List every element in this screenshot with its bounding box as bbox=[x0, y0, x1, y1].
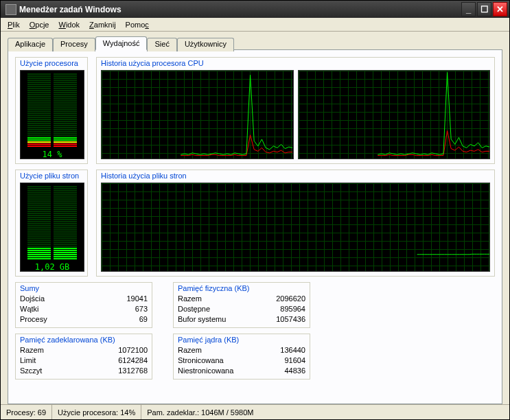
commit-title: Pamięć zadeklarowana (KB) bbox=[16, 334, 152, 345]
tab-users[interactable]: Użytkownicy bbox=[177, 38, 234, 51]
commit-group: Pamięć zadeklarowana (KB) Razem1072100Li… bbox=[15, 334, 152, 380]
cpu-history-group: Historia użycia procesora CPU bbox=[96, 57, 495, 164]
menubar: Plik Opcje Widok Zamknij Pomoc bbox=[1, 18, 509, 32]
cpu-usage-title: Użycie procesora bbox=[16, 58, 87, 70]
cpu-history-graph-0 bbox=[101, 70, 294, 159]
tab-performance[interactable]: Wydajność bbox=[95, 36, 148, 50]
tab-applications[interactable]: Aplikacje bbox=[8, 38, 53, 51]
stat-line: Dojścia19041 bbox=[20, 294, 148, 304]
pf-history-graph bbox=[101, 183, 490, 272]
kernel-title: Pamięć jądra (KB) bbox=[174, 334, 310, 345]
tab-networking[interactable]: Sieć bbox=[147, 38, 176, 51]
pf-gauge: 1,02 GB bbox=[20, 183, 84, 272]
kernel-group: Pamięć jądra (KB) Razem136440Stronicowan… bbox=[173, 334, 310, 380]
totals-title: Sumy bbox=[16, 283, 152, 294]
status-cpu: Użycie procesora: 14% bbox=[52, 405, 141, 419]
minimize-button[interactable]: _ bbox=[461, 2, 476, 16]
stat-line: Razem136440 bbox=[178, 345, 305, 355]
stat-line: Stronicowana91604 bbox=[178, 355, 305, 366]
physmem-group: Pamięć fizyczna (KB) Razem2096620Dostępn… bbox=[173, 282, 310, 328]
stats-lower: Pamięć zadeklarowana (KB) Razem1072100Li… bbox=[15, 334, 495, 380]
cpu-history-title: Historia użycia procesora CPU bbox=[97, 58, 494, 70]
physmem-title: Pamięć fizyczna (KB) bbox=[174, 283, 310, 294]
app-icon bbox=[5, 4, 16, 15]
cpu-row: Użycie procesora 14 % Historia użycia pr… bbox=[15, 57, 495, 164]
stats-upper: Sumy Dojścia19041Wątki673Procesy69 Pamię… bbox=[15, 282, 495, 328]
cpu-usage-group: Użycie procesora 14 % bbox=[15, 57, 88, 164]
cpu-gauge-value: 14 % bbox=[21, 150, 84, 161]
stat-line: Bufor systemu1057436 bbox=[178, 314, 305, 325]
stat-line: Razem1072100 bbox=[20, 345, 148, 355]
stat-line: Razem2096620 bbox=[178, 294, 305, 304]
stat-line: Szczyt1312768 bbox=[20, 366, 148, 376]
totals-group: Sumy Dojścia19041Wątki673Procesy69 bbox=[15, 282, 152, 328]
menu-help[interactable]: Pomoc bbox=[121, 19, 153, 30]
stat-line: Dostępne895964 bbox=[178, 304, 305, 314]
pf-history-title: Historia użycia pliku stron bbox=[97, 170, 494, 183]
cpu-gauge: 14 % bbox=[20, 70, 84, 159]
task-manager-window: Menedżer zadań Windows _ ☐ ✕ Plik Opcje … bbox=[0, 0, 510, 420]
cpu-history-graph-1 bbox=[298, 70, 491, 159]
menu-shutdown[interactable]: Zamknij bbox=[85, 19, 120, 30]
tab-strip: Aplikacje Procesy Wydajność Sieć Użytkow… bbox=[8, 36, 502, 50]
performance-panel: Użycie procesora 14 % Historia użycia pr… bbox=[8, 49, 502, 404]
pf-history-group: Historia użycia pliku stron bbox=[96, 170, 495, 277]
menu-view[interactable]: Widok bbox=[54, 19, 84, 30]
pf-row: Użycie pliku stron 1,02 GB Historia użyc… bbox=[15, 170, 495, 277]
status-processes: Procesy: 69 bbox=[1, 405, 52, 419]
window-title: Menedżer zadań Windows bbox=[19, 5, 461, 14]
stat-line: Procesy69 bbox=[20, 314, 148, 325]
window-controls: _ ☐ ✕ bbox=[461, 2, 507, 16]
statusbar: Procesy: 69 Użycie procesora: 14% Pam. z… bbox=[1, 404, 509, 419]
tab-processes[interactable]: Procesy bbox=[53, 38, 95, 51]
content-area: Aplikacje Procesy Wydajność Sieć Użytkow… bbox=[1, 32, 509, 404]
pf-gauge-value: 1,02 GB bbox=[21, 262, 84, 274]
close-button[interactable]: ✕ bbox=[493, 2, 507, 16]
titlebar[interactable]: Menedżer zadań Windows _ ☐ ✕ bbox=[1, 1, 509, 18]
stat-line: Niestronicowana44836 bbox=[178, 366, 305, 376]
pf-usage-title: Użycie pliku stron bbox=[16, 170, 87, 183]
pf-usage-group: Użycie pliku stron 1,02 GB bbox=[15, 170, 88, 277]
menu-options[interactable]: Opcje bbox=[25, 19, 54, 30]
stat-line: Wątki673 bbox=[20, 304, 148, 314]
stat-line: Limit6124284 bbox=[20, 355, 148, 366]
menu-file[interactable]: Plik bbox=[3, 19, 24, 30]
maximize-button[interactable]: ☐ bbox=[477, 2, 491, 16]
status-commit: Pam. zadeklar.: 1046M / 5980M bbox=[141, 405, 509, 419]
